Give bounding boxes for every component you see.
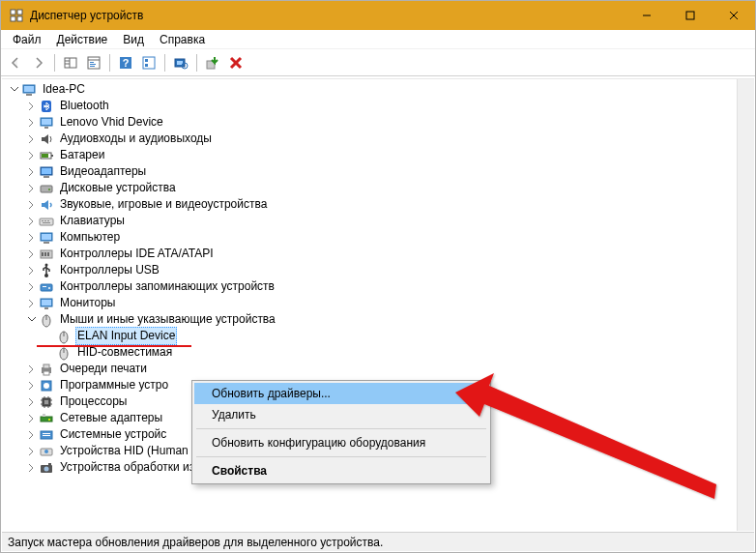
root-node[interactable]: Idea-PC	[8, 81, 754, 98]
annotation-underline	[37, 345, 191, 347]
show-hide-tree-button[interactable]	[60, 52, 81, 73]
svg-rect-47	[43, 222, 50, 223]
expand-icon[interactable]	[25, 445, 38, 457]
expand-icon[interactable]	[25, 165, 38, 178]
cm-delete[interactable]: Удалить	[194, 404, 488, 425]
cm-refresh-config[interactable]: Обновить конфигурацию оборудования	[194, 432, 488, 453]
options-button[interactable]	[138, 52, 160, 73]
tree-node[interactable]: Видеоадаптеры	[25, 163, 754, 180]
tree-node[interactable]: Мониторы	[25, 295, 754, 311]
svg-rect-3	[17, 16, 22, 21]
menu-action[interactable]: Действие	[49, 31, 116, 48]
menu-file[interactable]: Файл	[5, 31, 49, 48]
expand-icon[interactable]	[25, 132, 38, 145]
tree-node[interactable]: Батареи	[25, 147, 754, 163]
tree-node[interactable]: ELAN Input Device	[43, 328, 754, 344]
audio-icon	[39, 131, 54, 147]
disk-icon	[39, 181, 54, 196]
svg-rect-54	[47, 252, 49, 256]
expand-icon[interactable]	[25, 264, 38, 276]
svg-point-56	[44, 274, 48, 277]
collapse-icon[interactable]	[25, 313, 38, 326]
help-button[interactable]: ?	[115, 52, 136, 73]
statusbar: Запуск мастера обновления драйверов для …	[2, 532, 754, 551]
svg-rect-62	[44, 307, 48, 309]
svg-rect-85	[43, 414, 45, 417]
bluetooth-icon	[39, 99, 54, 114]
tree-node-label: Контроллеры IDE ATA/ATAPI	[58, 246, 216, 262]
svg-rect-36	[51, 155, 53, 157]
menu-help[interactable]: Справка	[152, 31, 213, 48]
ide-icon	[39, 247, 54, 262]
tree-node-label: Процессоры	[58, 393, 130, 410]
svg-rect-59	[43, 286, 46, 287]
cm-update-drivers[interactable]: Обновить драйверы...	[194, 383, 488, 404]
tree-node[interactable]: Bluetooth	[25, 98, 754, 114]
svg-rect-0	[11, 10, 15, 15]
svg-rect-37	[42, 154, 48, 158]
expand-icon[interactable]	[25, 215, 38, 227]
svg-rect-2	[11, 16, 15, 21]
svg-point-91	[44, 450, 48, 453]
expand-icon[interactable]	[25, 231, 38, 244]
forward-button[interactable]	[28, 52, 49, 73]
titlebar: Диспетчер устройств	[1, 1, 755, 30]
tree-node-label: Видеоадаптеры	[58, 163, 148, 180]
minimize-button[interactable]	[625, 1, 668, 30]
tree-node[interactable]: Компьютер	[25, 229, 754, 246]
svg-rect-44	[42, 220, 44, 221]
expand-icon[interactable]	[25, 149, 38, 161]
tree-node[interactable]: Дисковые устройства	[25, 180, 754, 196]
svg-rect-70	[44, 364, 49, 368]
expand-icon[interactable]	[25, 395, 38, 408]
tree-node-label: Системные устройс	[58, 426, 168, 443]
tree-node[interactable]: Звуковые, игровые и видеоустройства	[25, 196, 754, 213]
svg-rect-16	[90, 66, 95, 67]
tree-node-label: Очереди печати	[58, 361, 149, 377]
expand-icon[interactable]	[25, 280, 38, 293]
monitor-icon	[39, 115, 54, 131]
update-driver-button[interactable]	[202, 52, 223, 73]
svg-point-86	[48, 419, 50, 421]
tree-node-label: Контроллеры USB	[58, 262, 161, 278]
expand-icon[interactable]	[25, 379, 38, 392]
expand-icon[interactable]	[25, 247, 38, 260]
menu-view[interactable]: Вид	[115, 31, 152, 48]
tree-node[interactable]: Аудиовходы и аудиовыходы	[25, 131, 754, 147]
tree-node[interactable]: Lenovo Vhid Device	[25, 114, 754, 131]
storage-icon	[39, 279, 54, 295]
svg-rect-39	[42, 168, 51, 174]
separator	[54, 54, 55, 72]
tree-node[interactable]: Мыши и иные указывающие устройства	[25, 311, 754, 328]
expand-icon[interactable]	[25, 428, 38, 441]
uninstall-button[interactable]	[225, 52, 247, 73]
tree-node[interactable]: Контроллеры USB	[25, 262, 754, 278]
scan-hardware-button[interactable]	[170, 52, 191, 73]
svg-rect-20	[145, 59, 148, 62]
tree-node[interactable]: Контроллеры запоминающих устройств	[25, 278, 754, 295]
svg-rect-19	[143, 57, 155, 69]
expand-icon[interactable]	[25, 363, 38, 375]
expand-icon[interactable]	[25, 198, 38, 211]
tree-node[interactable]: Клавиатуры	[25, 213, 754, 229]
collapse-icon[interactable]	[8, 83, 20, 96]
svg-point-58	[48, 287, 50, 289]
tree-node-label: Компьютер	[58, 229, 122, 246]
tree-node[interactable]: Очереди печати	[25, 361, 754, 377]
expand-icon[interactable]	[25, 182, 38, 194]
tree-node[interactable]: Контроллеры IDE ATA/ATAPI	[25, 246, 754, 262]
expand-icon[interactable]	[25, 116, 38, 129]
expand-icon[interactable]	[25, 100, 38, 112]
close-button[interactable]	[712, 1, 755, 30]
maximize-button[interactable]	[668, 1, 712, 30]
imaging-icon	[39, 460, 54, 476]
back-button[interactable]	[5, 52, 26, 73]
sound-icon	[39, 197, 54, 213]
properties-button[interactable]	[83, 52, 104, 73]
expand-icon[interactable]	[25, 297, 38, 309]
cm-properties[interactable]: Свойства	[194, 460, 488, 481]
tree-node-label: Сетевые адаптеры	[58, 410, 164, 426]
svg-rect-21	[145, 64, 148, 67]
expand-icon[interactable]	[25, 461, 38, 474]
expand-icon[interactable]	[25, 412, 38, 424]
